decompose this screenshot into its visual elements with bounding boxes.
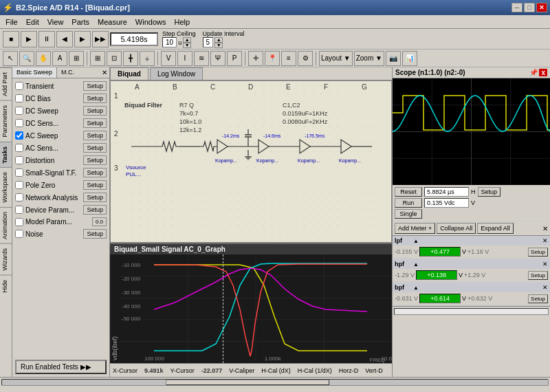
update-down[interactable]: ▼ <box>214 43 223 48</box>
run-button[interactable]: Run <box>395 198 422 208</box>
update-value[interactable]: 5 <box>203 37 214 47</box>
add-meter-button[interactable]: Add Meter + <box>395 223 435 234</box>
scope-setup-button[interactable]: Setup <box>478 187 501 197</box>
pin-btn[interactable]: 📍 <box>265 51 280 66</box>
hpf-setup-btn[interactable]: Setup <box>528 271 548 280</box>
menu-parts[interactable]: Parts <box>67 17 94 28</box>
menu-view[interactable]: View <box>43 17 68 28</box>
bpf-close[interactable]: ✕ <box>542 284 548 291</box>
volt-btn[interactable]: V <box>161 51 176 66</box>
stop-button[interactable]: ■ <box>3 31 19 47</box>
transient-setup[interactable]: Setup <box>83 81 107 91</box>
close-button[interactable]: ✕ <box>536 3 547 12</box>
polezero-checkbox[interactable] <box>15 181 23 189</box>
next-button[interactable]: ▶ <box>74 31 91 47</box>
dcsens-checkbox[interactable] <box>15 119 23 127</box>
dcsens-setup[interactable]: Setup <box>83 118 107 128</box>
bus-btn[interactable]: ≡ <box>281 51 296 66</box>
tab-workspace[interactable]: Workspace <box>0 167 12 207</box>
update-up[interactable]: ▲ <box>214 37 223 43</box>
deviceparam-setup[interactable]: Setup <box>83 205 107 215</box>
select-tool[interactable]: ⊞ <box>69 51 84 66</box>
lpf-setup-btn[interactable]: Setup <box>528 248 548 257</box>
prev-button[interactable]: ◀ <box>56 31 73 47</box>
distortion-checkbox[interactable] <box>15 156 23 164</box>
expand-all-button[interactable]: Expand All <box>477 223 514 234</box>
text-tool[interactable]: A <box>52 51 67 66</box>
maximize-button[interactable]: □ <box>524 3 535 12</box>
modelparam-checkbox[interactable] <box>15 218 23 226</box>
step-value[interactable]: 10 <box>162 37 177 47</box>
screenshot-btn[interactable]: 📷 <box>386 51 401 66</box>
menu-edit[interactable]: Edit <box>22 17 43 28</box>
zoom-btn[interactable]: Zoom ▼ <box>354 51 384 66</box>
log-window-tab[interactable]: Log Window <box>150 67 203 80</box>
network-setup[interactable]: Setup <box>83 193 107 202</box>
collapse-all-button[interactable]: Collapse All <box>437 223 476 234</box>
menu-help[interactable]: Help <box>170 17 194 28</box>
reset-button[interactable]: Reset <box>395 187 422 197</box>
basic-sweep-tab[interactable]: Basic Sweep <box>12 67 57 78</box>
cursor-tool[interactable]: ↖ <box>3 51 18 66</box>
layout-btn[interactable]: Layout ▼ <box>319 51 353 66</box>
noise-checkbox[interactable] <box>15 230 23 238</box>
freq-btn[interactable]: ≋ <box>194 51 209 66</box>
scope-pin-btn[interactable]: 📌 <box>529 69 538 76</box>
acsweep-setup[interactable]: Setup <box>83 131 107 140</box>
dcbias-checkbox[interactable] <box>15 94 23 102</box>
fast-forward[interactable]: ▶▶ <box>92 31 109 47</box>
meters-close-btn[interactable]: ✕ <box>542 225 548 232</box>
tab-animation[interactable]: Animation <box>0 207 12 243</box>
menu-file[interactable]: File <box>1 17 22 28</box>
right-scroll-area[interactable] <box>393 306 550 377</box>
h-scrollbar-track[interactable] <box>1 379 549 386</box>
scope-close-btn[interactable]: x <box>539 69 547 76</box>
wire-btn[interactable]: ╋ <box>123 51 138 66</box>
minimize-button[interactable]: ─ <box>512 3 522 12</box>
pause-button[interactable]: ⏸ <box>38 31 55 47</box>
panel-close-btn[interactable]: ✕ <box>100 67 109 78</box>
tab-wizards[interactable]: Wizards <box>0 243 12 275</box>
polezero-setup[interactable]: Setup <box>83 180 107 190</box>
tab-tasks[interactable]: Tasks <box>0 142 12 168</box>
lpf-close[interactable]: ✕ <box>542 237 548 244</box>
dcsweep-checkbox[interactable] <box>15 107 23 115</box>
menu-measure[interactable]: Measure <box>94 17 131 28</box>
acsens-setup[interactable]: Setup <box>83 143 107 153</box>
play-button[interactable]: ▶ <box>21 31 37 47</box>
component-btn[interactable]: ⊡ <box>107 51 122 66</box>
right-scrollbar[interactable] <box>394 308 549 315</box>
schematic-area[interactable]: 1 2 3 A B C D E F G Biquad Filter R7 Q 7… <box>110 80 392 243</box>
bpf-setup-btn[interactable]: Setup <box>528 294 548 303</box>
transient-checkbox[interactable] <box>15 82 23 90</box>
deviceparam-checkbox[interactable] <box>15 206 23 214</box>
step-down[interactable]: ▼ <box>183 43 191 48</box>
single-button[interactable]: Single <box>395 209 422 219</box>
sstf-setup[interactable]: Setup <box>83 168 107 177</box>
hand-tool[interactable]: ✋ <box>36 51 51 66</box>
h-scrollbar-thumb[interactable] <box>166 380 329 385</box>
dcsweep-setup[interactable]: Setup <box>83 106 107 116</box>
distortion-setup[interactable]: Setup <box>83 155 107 165</box>
marker-btn[interactable]: ✛ <box>248 51 263 66</box>
biquad-tab[interactable]: Biquad <box>110 67 148 80</box>
scope-time-input1[interactable] <box>424 187 469 197</box>
param-btn[interactable]: ⚙ <box>298 51 313 66</box>
graph-canvas-area[interactable]: vdb(ibef) -10 000 -20 000 -30 000 -40 00… <box>110 254 392 363</box>
modelparam-setup[interactable]: 0.0 <box>92 217 107 226</box>
dcbias-setup[interactable]: Setup <box>83 94 107 103</box>
mc-tab[interactable]: M.C. <box>57 67 78 78</box>
zoom-tool[interactable]: 🔍 <box>19 51 34 66</box>
tab-add-part[interactable]: Add Part <box>0 67 12 100</box>
noise-setup[interactable]: Setup <box>83 229 107 239</box>
hpf-close[interactable]: ✕ <box>542 261 548 268</box>
run-enabled-tests-button[interactable]: Run Enabled Tests ▶▶ <box>15 360 107 374</box>
acsens-checkbox[interactable] <box>15 144 23 152</box>
tab-parameters[interactable]: Parameters <box>0 100 12 142</box>
report-btn[interactable]: 📊 <box>402 51 417 66</box>
ref-btn[interactable]: Ψ <box>210 51 226 66</box>
current-btn[interactable]: I <box>177 51 192 66</box>
probe-btn[interactable]: P <box>227 51 242 66</box>
menu-windows[interactable]: Windows <box>131 17 170 28</box>
scope-time-input2[interactable] <box>424 198 469 208</box>
